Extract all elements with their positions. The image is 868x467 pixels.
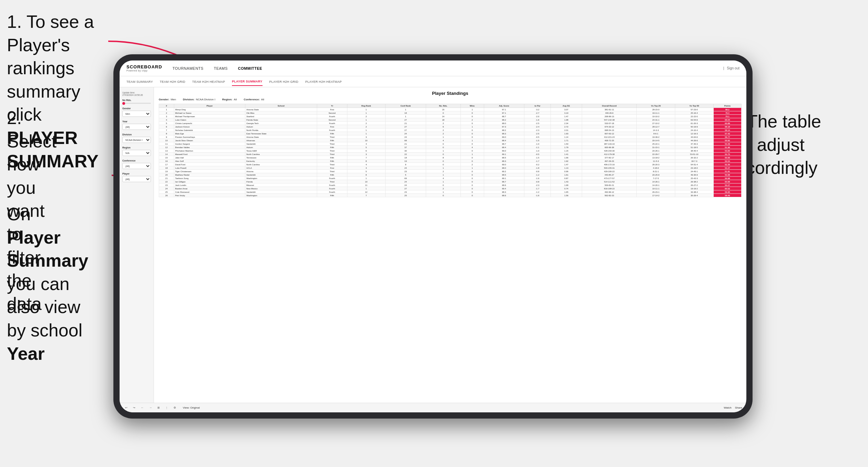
table-area: Player Standings Gender: Men Division: N… [154, 87, 746, 403]
table-row: 7Nicholas GabrielcikNorth FloridaFourth1… [159, 129, 742, 132]
sub-nav-player-h2h-heatmap[interactable]: PLAYER H2H HEATMAP [305, 78, 342, 86]
col-yr: Yr [317, 104, 347, 108]
col-adj-score: Adj. Score [484, 104, 524, 108]
instruction-step4: On Player Summary you can also view by s… [7, 203, 88, 365]
main-content: Update time: 27/03/2024 16:56:26 No Rds.… [120, 87, 746, 403]
sub-nav-team-h2h-heatmap[interactable]: TEAM H2H HEATMAP [192, 78, 225, 86]
table-row: 24Bastien AmatNew MexicoFourth1272069.4-… [159, 187, 742, 190]
col-overall: Overall Record [582, 104, 637, 108]
table-row: 21Taehoon SongWashingtonFourth1694069.1-… [159, 177, 742, 180]
app-logo: SCOREBOARD Powered by clipp [126, 65, 162, 72]
sub-nav-team-h2h-grid[interactable]: TEAM H2H GRID [160, 78, 185, 86]
table-row: 10Jacob Skov OlesenArkansasFifth10684168… [159, 139, 742, 142]
table-row: 8Mats EgeEast Tennessee StateFifth124206… [159, 132, 742, 135]
slider-track [122, 103, 151, 104]
sub-nav: TEAM SUMMARY TEAM H2H GRID TEAM H2H HEAT… [120, 76, 746, 87]
table-row: 11Gordon SargentVanderbiltThird4210068.7… [159, 142, 742, 146]
toolbar-watch[interactable]: Watch [724, 406, 731, 409]
slider-container [122, 103, 151, 104]
step1-number: 1. [7, 12, 22, 32]
nav-items: TOURNAMENTS TEAMS COMMITTEE [173, 65, 723, 72]
filter-region: Region: All [222, 98, 237, 101]
bottom-toolbar: ↩ ↪ ← → ⊞ ⋮ ⚙ View: Original Watch Share [120, 403, 746, 412]
sidebar-gender: Gender Men [122, 107, 151, 117]
col-conf-rank: Conf Rank [385, 104, 426, 108]
toolbar-redo[interactable]: ↪ [132, 405, 137, 410]
col-player: Player [174, 104, 245, 108]
sub-nav-player-summary[interactable]: PLAYER SUMMARY [232, 78, 263, 86]
toolbar-forward[interactable]: → [148, 405, 153, 410]
table-row: 17David FordNorth CarolinaThird490269.0-… [159, 163, 742, 166]
table-row: 25Cole SherwoodVanderbiltFourth12231068.… [159, 190, 742, 194]
table-title: Player Standings [159, 91, 742, 96]
col-rank: # [159, 104, 174, 108]
col-no-rds: No. Rds. [426, 104, 460, 108]
toolbar-copy[interactable]: ⊞ [156, 405, 161, 410]
step4-bold2: Year [7, 344, 45, 364]
table-row: 22Ian GilliganFloridaThird10241068.7-0.8… [159, 180, 742, 184]
toolbar-share[interactable]: Share [735, 406, 742, 409]
filter-gender: Gender: Men [159, 98, 176, 101]
app-nav: SCOREBOARD Powered by clipp TOURNAMENTS … [120, 60, 746, 76]
table-row: 23Jack LundinMissouriFourth11240068.6-2.… [159, 184, 742, 187]
col-points: Points [713, 104, 741, 108]
year-select[interactable]: (All) [122, 124, 151, 130]
col-vs-top50: Vs Top 50 [675, 104, 713, 108]
nav-tournaments[interactable]: TOURNAMENTS [173, 65, 203, 72]
table-row: 3Michael ThorbjornsenStanfordFourth21140… [159, 115, 742, 118]
sidebar: Update time: 27/03/2024 16:56:26 No Rds.… [120, 87, 154, 403]
table-row: 12Brendan ValdesAuburnFifth5370468.4-1.1… [159, 146, 742, 149]
toolbar-settings[interactable]: ⚙ [172, 405, 177, 410]
sidebar-no-rds: No Rds. [122, 99, 151, 104]
table-row: 15Jake HallTennesseeFifth7188068.5-1.51.… [159, 156, 742, 159]
sidebar-region: Region N/A [122, 146, 151, 156]
table-row: 13Phichaksn MaichonTexas A&MThird6301069… [159, 149, 742, 153]
sidebar-conference: Conference (All) [122, 159, 151, 169]
table-row: 26Petr HrubyWashingtonFifth7250068.6-1.6… [159, 194, 742, 197]
sidebar-year: Year (All) [122, 120, 151, 130]
nav-teams[interactable]: TEAMS [214, 65, 227, 72]
table-row: 20Matthew RiedelVanderbiltFifth851068.5-… [159, 173, 742, 177]
toolbar-right: Watch Share [724, 406, 742, 409]
filter-division: Division: NCAA Division I [183, 98, 215, 101]
step4-bold1: Player Summary [7, 227, 88, 271]
sign-out-link[interactable]: Sign out [727, 66, 739, 70]
col-to-par: to Par [524, 104, 551, 108]
filter-conference: Conference: All [244, 98, 264, 101]
table-row: 2Michael Le SassoOle MissSecond1180067.1… [159, 111, 742, 115]
toolbar-back[interactable]: ← [140, 405, 145, 410]
sidebar-division: Division NCAA Division I [122, 133, 151, 143]
player-select[interactable]: (All) [122, 176, 151, 182]
sub-nav-player-h2h-grid[interactable]: PLAYER H2H GRID [269, 78, 299, 86]
nav-separator: | [723, 66, 724, 70]
table-row: 14Maxwell FordNorth CarolinaThird3220169… [159, 153, 742, 156]
col-wins: Wins [460, 104, 484, 108]
data-table: # Player School Yr Reg Rank Conf Rank No… [159, 104, 742, 197]
step2-number: 2. [7, 108, 22, 128]
col-school: School [245, 104, 317, 108]
col-vs-top25: Vs Top 25 [637, 104, 675, 108]
table-body: 1Wenyi DingArizona StateFirst1115167.1-3… [159, 108, 742, 197]
view-label: View: Original [183, 406, 200, 409]
region-select[interactable]: N/A [122, 150, 151, 156]
table-row: 9Preston SummerhaysArizona StateThird324… [159, 135, 742, 139]
toolbar-grid[interactable]: ⋮ [164, 405, 169, 410]
conference-select[interactable]: (All) [122, 163, 151, 169]
table-row: 18Luke PowellUCLAFirst4241168.0-1.81.135… [159, 166, 742, 170]
table-row: 19Tiger ChristensenArizonaThird5232069.2… [159, 170, 742, 173]
table-row: 6Jackson KoivunAuburnFirst2276167.3-2.42… [159, 125, 742, 129]
table-row: 1Wenyi DingArizona StateFirst1115167.1-3… [159, 108, 742, 111]
col-avg-sg: Avg SG [551, 104, 582, 108]
slider-thumb[interactable] [122, 102, 125, 105]
tablet-device: SCOREBOARD Powered by clipp TOURNAMENTS … [113, 54, 753, 419]
nav-right: | Sign out [723, 66, 739, 70]
sub-nav-team-summary[interactable]: TEAM SUMMARY [126, 78, 153, 86]
sidebar-player: Player (All) [122, 173, 151, 182]
tablet-screen: SCOREBOARD Powered by clipp TOURNAMENTS … [120, 60, 746, 412]
table-row: 16Alex GoffKentuckyFifth8190068.3-1.71.9… [159, 159, 742, 163]
toolbar-undo[interactable]: ↩ [124, 405, 129, 410]
table-header-row: # Player School Yr Reg Rank Conf Rank No… [159, 104, 742, 108]
gender-select[interactable]: Men [122, 111, 151, 117]
division-select[interactable]: NCAA Division I [122, 137, 151, 143]
nav-committee[interactable]: COMMITTEE [238, 65, 263, 72]
